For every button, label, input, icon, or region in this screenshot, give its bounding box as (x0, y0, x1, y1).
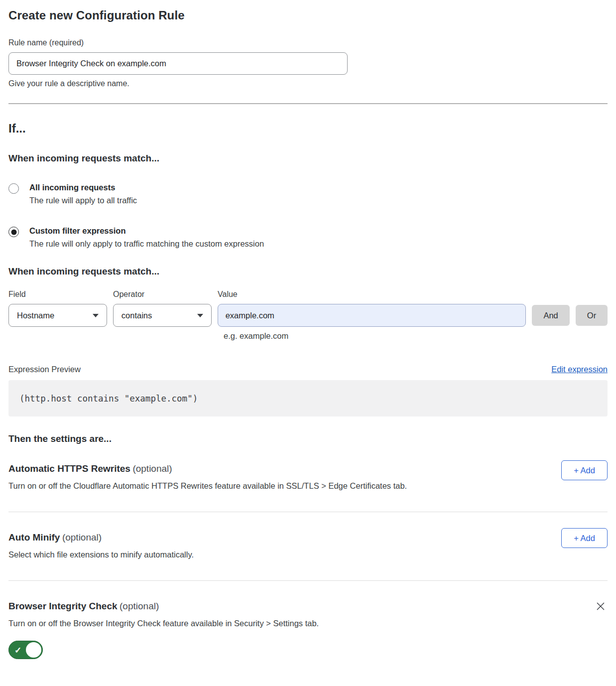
expression-builder-row: Hostname contains And Or (8, 304, 608, 327)
radio-description: The rule will apply to all traffic (29, 196, 137, 205)
setting-description: Select which file extensions to minify a… (8, 550, 531, 559)
expression-preview-header: Expression Preview Edit expression (8, 365, 608, 374)
close-icon (596, 601, 606, 611)
page-title: Create new Configuration Rule (8, 0, 608, 22)
setting-title: Automatic HTTPS Rewrites (8, 463, 130, 474)
setting-description: Turn on or off the Cloudflare Automatic … (8, 481, 531, 491)
expression-preview-code: (http.host contains "example.com") (8, 380, 608, 416)
setting-auto-minify: Auto Minify (optional) Select which file… (8, 512, 608, 580)
value-input-helper: e.g. example.com (224, 331, 608, 341)
expression-code-text: (http.host contains "example.com") (19, 394, 198, 404)
field-select[interactable]: Hostname (8, 304, 107, 327)
toggle-knob (26, 642, 41, 658)
setting-title: Browser Integrity Check (8, 601, 118, 611)
radio-button-custom-filter[interactable] (8, 227, 19, 237)
field-select-value: Hostname (17, 311, 54, 320)
if-heading: If... (8, 108, 608, 136)
remove-setting-button[interactable] (595, 601, 607, 613)
or-button[interactable]: Or (576, 305, 608, 326)
expression-preview-label: Expression Preview (8, 365, 81, 374)
request-match-radio-group: All incoming requests The rule will appl… (8, 183, 608, 249)
setting-title: Auto Minify (8, 532, 60, 543)
radio-option-custom-filter[interactable]: Custom filter expression The rule will o… (8, 226, 608, 249)
radio-label: All incoming requests (29, 183, 137, 192)
rule-name-helper: Give your rule a descriptive name. (8, 79, 608, 88)
radio-label: Custom filter expression (29, 226, 264, 236)
edit-expression-link[interactable]: Edit expression (551, 365, 608, 374)
chevron-down-icon (93, 314, 99, 317)
field-column-label: Field (8, 290, 107, 299)
operator-select-value: contains (122, 311, 152, 320)
settings-heading: Then the settings are... (8, 416, 608, 444)
radio-option-all-requests[interactable]: All incoming requests The rule will appl… (8, 183, 608, 205)
browser-integrity-check-toggle[interactable]: ✓ (8, 641, 43, 659)
setting-optional-tag: (optional) (120, 601, 159, 611)
setting-optional-tag: (optional) (62, 532, 102, 543)
rule-name-input[interactable] (8, 52, 348, 75)
setting-optional-tag: (optional) (132, 463, 172, 474)
configuration-rule-form: Create new Configuration Rule Rule name … (0, 0, 616, 680)
expression-builder-labels: Field Operator Value (8, 290, 608, 299)
chevron-down-icon (197, 314, 203, 317)
and-button[interactable]: And (532, 305, 570, 326)
rule-name-label: Rule name (required) (8, 38, 608, 47)
operator-column-label: Operator (113, 290, 212, 299)
setting-browser-integrity-check: Browser Integrity Check (optional) Turn … (8, 581, 608, 680)
match-heading: When incoming requests match... (8, 136, 608, 164)
add-https-rewrites-button[interactable]: + Add (561, 460, 608, 480)
section-divider (8, 103, 608, 104)
setting-description: Turn on or off the Browser Integrity Che… (8, 619, 531, 628)
radio-description: The rule will only apply to traffic matc… (29, 239, 264, 249)
value-column-label: Value (218, 290, 526, 299)
value-input[interactable] (218, 304, 526, 327)
check-icon: ✓ (14, 646, 21, 654)
expression-builder-heading: When incoming requests match... (8, 249, 608, 277)
add-auto-minify-button[interactable]: + Add (561, 528, 608, 548)
operator-select[interactable]: contains (113, 304, 212, 327)
radio-button-all-requests[interactable] (8, 183, 19, 194)
setting-automatic-https-rewrites: Automatic HTTPS Rewrites (optional) Turn… (8, 444, 608, 512)
